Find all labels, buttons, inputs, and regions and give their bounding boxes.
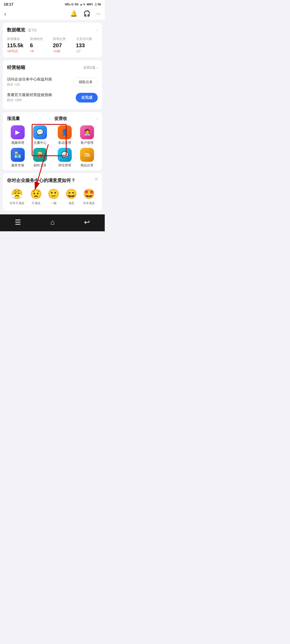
biz-secrets-card: 经营秘籍 全部2条 › 访问企业任务中心权益列表 积分 +10 领取任务 查看官…	[3, 60, 102, 109]
tool-icon-anchor: 💬	[33, 125, 47, 139]
tools-row: 涨流量 › ▶ 视频管理 💬 主播中心 🏪 服务市场	[5, 116, 99, 168]
survey-emojis: 😤 非常不满意 😟 不满意 🙂 一般 😄 满意 🤩 非常满意	[7, 188, 98, 205]
notification-icon[interactable]: 🔔	[70, 10, 77, 17]
back-nav-icon[interactable]: ↩	[84, 218, 90, 226]
tool-item-service[interactable]: 🏪 服务市场	[7, 148, 28, 168]
tools-section: 涨流量 › ▶ 视频管理 💬 主播中心 🏪 服务市场	[3, 112, 102, 170]
wifi-icon: WiFi	[87, 3, 93, 6]
back-button[interactable]: ‹	[4, 11, 6, 17]
data-overview-arrow[interactable]: ›	[96, 28, 98, 32]
survey-emoji-bad: 😟	[30, 188, 42, 200]
tool-icon-product: 🛍	[80, 148, 94, 162]
home-icon[interactable]: ⌂	[50, 218, 55, 226]
data-label-plays: 新增播放	[7, 37, 29, 41]
data-overview-title-row: 数据概览 近7日	[7, 27, 37, 33]
data-change-fans: +4	[30, 49, 52, 53]
network-icon: HD₂	[65, 3, 70, 6]
data-value-plays: 115.5k	[7, 42, 29, 49]
tool-item-creation[interactable]: 📦 创作工具	[29, 148, 50, 168]
tools-col-right: 促营收 › 👤 私信管理 🧑‍💼 客户管理 💬 评论管理	[53, 116, 100, 168]
tools-wrapper: 涨流量 › ▶ 视频管理 💬 主播中心 🏪 服务市场	[0, 112, 105, 170]
survey-label-very-good: 非常满意	[83, 201, 95, 205]
tools-col-right-title: 促营收	[54, 116, 67, 122]
data-label-fans: 新增粉丝	[30, 37, 52, 41]
tool-icon-video: ▶	[11, 125, 25, 139]
signal-icon: G	[71, 3, 74, 6]
tools-col-left-arrow[interactable]: ›	[49, 117, 50, 121]
tool-item-product[interactable]: 🛍 商品分享	[77, 148, 98, 168]
nav-bar: ‹ 🔔 🎧 ···	[0, 8, 105, 20]
survey-label-very-bad: 非常不满意	[10, 201, 24, 205]
survey-item-very-good[interactable]: 🤩 非常满意	[83, 188, 95, 205]
biz-secrets-header: 经营秘籍 全部2条 ›	[7, 64, 98, 71]
tool-item-video[interactable]: ▶ 视频管理	[7, 125, 28, 145]
complete-task-button[interactable]: 去完成	[76, 93, 98, 103]
tool-label-video: 视频管理	[11, 141, 24, 145]
task-row-2: 查看官方最新经营提效指南 积分 +200 去完成	[7, 90, 98, 105]
data-overview-period: 近7日	[28, 28, 37, 32]
menu-icon[interactable]: ☰	[15, 218, 21, 226]
tool-label-product: 商品分享	[81, 163, 93, 168]
status-icons: HD₂ G 5G ▲▼ WiFi 🔋50	[65, 3, 101, 6]
task-row-1: 访问企业任务中心权益列表 积分 +10 领取任务	[7, 74, 98, 90]
tool-icon-dm: 👤	[58, 125, 72, 139]
data-change-likes: +106	[53, 49, 75, 53]
data-change-plays: +87515	[7, 49, 29, 53]
survey-item-neutral[interactable]: 🙂 一般	[48, 188, 60, 205]
survey-label-neutral: 一般	[51, 201, 57, 205]
tools-col-right-header: 促营收 ›	[54, 116, 98, 122]
data-change-visits: -17	[76, 49, 98, 53]
survey-title: 你对企业服务中心的满意度如何？	[7, 177, 98, 184]
tool-item-customer[interactable]: 🧑‍💼 客户管理	[77, 125, 98, 145]
survey-emoji-neutral: 🙂	[48, 188, 60, 200]
biz-secrets-title: 经营秘籍	[7, 64, 25, 71]
biz-secrets-count[interactable]: 全部2条 ›	[83, 65, 98, 70]
task-title-1: 访问企业任务中心权益列表	[7, 77, 74, 82]
tool-label-dm: 私信管理	[58, 141, 71, 145]
survey-item-good[interactable]: 😄 满意	[65, 188, 77, 205]
data-item-fans: 新增粉丝 6 +4	[30, 37, 52, 53]
survey-item-very-bad[interactable]: 😤 非常不满意	[10, 188, 24, 205]
tool-item-comment[interactable]: 💬 评论管理	[54, 148, 75, 168]
data-overview-header: 数据概览 近7日 ›	[7, 27, 98, 33]
tool-icon-creation: 📦	[33, 148, 47, 162]
survey-emoji-very-bad: 😤	[11, 188, 23, 200]
tool-items-left: ▶ 视频管理 💬 主播中心 🏪 服务市场 📦 创作工具	[7, 125, 51, 168]
tool-items-right: 👤 私信管理 🧑‍💼 客户管理 💬 评论管理 🛍 商品分享	[54, 125, 98, 168]
data-value-visits: 133	[76, 42, 98, 49]
signal-bars: ▲▼	[80, 3, 86, 6]
data-value-likes: 207	[53, 42, 75, 49]
status-time: 19:17	[4, 2, 13, 6]
tool-icon-customer: 🧑‍💼	[80, 125, 94, 139]
tools-col-left-header: 涨流量 ›	[7, 116, 51, 122]
tools-col-right-arrow[interactable]: ›	[97, 117, 98, 121]
status-bar: 19:17 HD₂ G 5G ▲▼ WiFi 🔋50	[0, 0, 105, 8]
take-task-button[interactable]: 领取任务	[74, 78, 98, 87]
tool-icon-comment: 💬	[58, 148, 72, 162]
bottom-nav: ☰ ⌂ ↩	[0, 214, 105, 231]
tool-label-service: 服务市场	[11, 163, 24, 168]
tool-label-creation: 创作工具	[34, 163, 46, 168]
tool-label-anchor: 主播中心	[34, 141, 46, 145]
task-title-2: 查看官方最新经营提效指南	[7, 93, 76, 97]
survey-item-bad[interactable]: 😟 不满意	[30, 188, 42, 205]
task-info-1: 访问企业任务中心权益列表 积分 +10	[7, 77, 74, 87]
task-score-1: 积分 +10	[7, 82, 74, 87]
survey-emoji-very-good: 🤩	[83, 188, 95, 200]
data-item-plays: 新增播放 115.5k +87515	[7, 37, 29, 53]
tool-item-anchor[interactable]: 💬 主播中心	[29, 125, 50, 145]
data-value-fans: 6	[30, 42, 52, 49]
survey-emoji-good: 😄	[65, 188, 77, 200]
tool-item-dm[interactable]: 👤 私信管理	[54, 125, 75, 145]
survey-card: ✕ 你对企业服务中心的满意度如何？ 😤 非常不满意 😟 不满意 🙂 一般 😄 满…	[3, 173, 102, 211]
headset-icon[interactable]: 🎧	[83, 10, 90, 17]
survey-close-button[interactable]: ✕	[94, 176, 98, 182]
more-icon[interactable]: ···	[96, 11, 100, 17]
data-grid: 新增播放 115.5k +87515 新增粉丝 6 +4 新增点赞 207 +1…	[7, 37, 98, 53]
battery-icon: 🔋50	[94, 3, 101, 6]
data-overview-card: 数据概览 近7日 › 新增播放 115.5k +87515 新增粉丝 6 +4 …	[3, 23, 102, 57]
data-item-visits: 主页访问量 133 -17	[76, 37, 98, 53]
data-item-likes: 新增点赞 207 +106	[53, 37, 75, 53]
tools-col-left-title: 涨流量	[7, 116, 20, 122]
task-info-2: 查看官方最新经营提效指南 积分 +200	[7, 93, 76, 103]
